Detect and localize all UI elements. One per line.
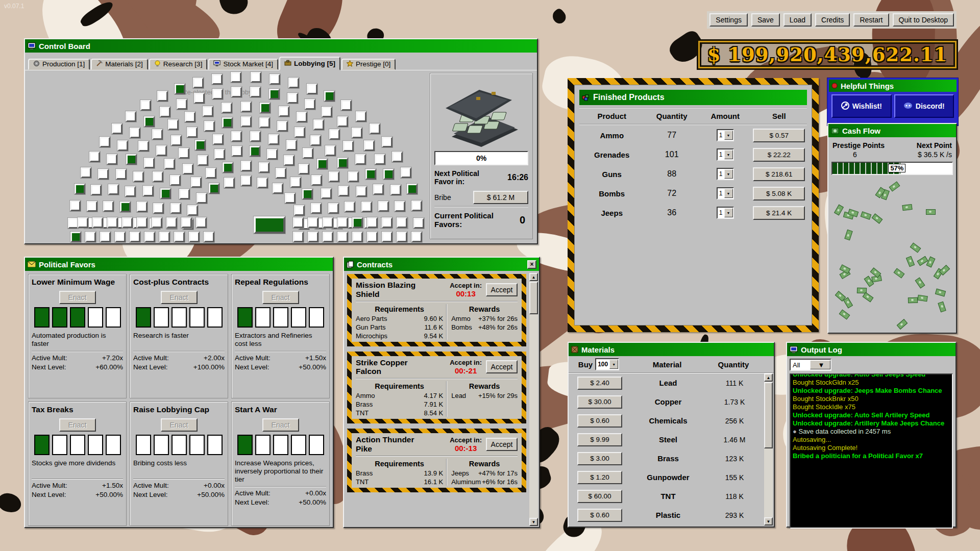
- parliament-seat[interactable]: [174, 232, 185, 242]
- parliament-seat[interactable]: [224, 178, 235, 188]
- parliament-seat[interactable]: [81, 167, 91, 178]
- parliament-seat[interactable]: [383, 169, 394, 180]
- parliament-seat[interactable]: [267, 149, 278, 160]
- parliament-seat[interactable]: [144, 116, 155, 127]
- parliament-seat[interactable]: [260, 103, 271, 113]
- parliament-seat[interactable]: [189, 232, 200, 242]
- parliament-seat[interactable]: [231, 87, 242, 97]
- parliament-seat[interactable]: [277, 121, 288, 132]
- parliament-seat[interactable]: [112, 123, 122, 134]
- parliament-seat[interactable]: [382, 232, 393, 242]
- scrollbar-thumb[interactable]: [764, 382, 773, 448]
- parliament-seat[interactable]: [337, 217, 348, 228]
- parliament-seat[interactable]: [133, 171, 144, 182]
- parliament-seat[interactable]: [187, 127, 198, 138]
- parliament-seat[interactable]: [395, 201, 405, 212]
- parliament-seat[interactable]: [107, 154, 117, 165]
- parliament-seat[interactable]: [390, 185, 401, 195]
- parliament-seat[interactable]: [286, 140, 297, 151]
- menu-button-quit-to-desktop[interactable]: Quit to Desktop: [893, 13, 954, 27]
- parliament-seat[interactable]: [115, 232, 126, 242]
- chevron-down-icon[interactable]: ▼: [724, 131, 733, 140]
- parliament-seat[interactable]: [251, 72, 261, 83]
- parliament-seat[interactable]: [365, 169, 376, 180]
- parliament-seat[interactable]: [302, 189, 313, 199]
- chevron-down-icon[interactable]: ▼: [724, 150, 733, 159]
- parliament-seat[interactable]: [120, 202, 131, 212]
- parliament-seat[interactable]: [276, 168, 286, 179]
- parliament-seat[interactable]: [137, 217, 148, 228]
- parliament-seat[interactable]: [310, 135, 321, 146]
- tab-materials[interactable]: Materials [2]: [91, 59, 148, 70]
- parliament-seat[interactable]: [352, 217, 363, 228]
- enact-button[interactable]: Enact: [59, 291, 96, 304]
- buy-button[interactable]: $ 9.99: [577, 433, 622, 446]
- parliament-seat[interactable]: [317, 159, 328, 169]
- parliament-seat[interactable]: [87, 201, 97, 212]
- close-icon[interactable]: ×: [527, 260, 536, 269]
- parliament-seat[interactable]: [337, 232, 348, 242]
- parliament-seat[interactable]: [257, 178, 268, 188]
- parliament-seat[interactable]: [214, 149, 225, 160]
- parliament-seat[interactable]: [397, 232, 407, 242]
- parliament-seat[interactable]: [382, 137, 393, 147]
- parliament-seat[interactable]: [181, 217, 192, 228]
- parliament-seat[interactable]: [329, 129, 340, 140]
- parliament-seat[interactable]: [373, 184, 384, 195]
- enact-button[interactable]: Enact: [262, 291, 299, 304]
- parliament-seat[interactable]: [168, 119, 179, 130]
- parliament-seat[interactable]: [375, 154, 385, 165]
- parliament-seat[interactable]: [185, 112, 195, 122]
- parliament-seat[interactable]: [273, 183, 283, 194]
- parliament-seat[interactable]: [212, 74, 223, 85]
- discord-button[interactable]: Discord!: [894, 94, 954, 118]
- parliament-seat[interactable]: [287, 93, 298, 104]
- amount-dropdown[interactable]: 1▼: [717, 129, 734, 141]
- parliament-seat[interactable]: [222, 117, 233, 128]
- sell-button[interactable]: $ 218.61: [753, 167, 805, 181]
- parliament-seat[interactable]: [85, 232, 96, 242]
- amount-dropdown[interactable]: 1▼: [717, 168, 734, 180]
- parliament-seat[interactable]: [171, 135, 182, 146]
- wishlist-button[interactable]: Wishlist!: [831, 94, 892, 118]
- parliament-seat[interactable]: [187, 205, 198, 216]
- tab-lobbying[interactable]: Lobbying [5]: [279, 57, 340, 70]
- parliament-seat[interactable]: [70, 232, 81, 242]
- materials-scrollbar[interactable]: ▲ ▼: [764, 373, 773, 525]
- buy-amount-dropdown[interactable]: 100 ▼: [595, 358, 619, 370]
- parliament-seat[interactable]: [325, 145, 336, 156]
- parliament-seat[interactable]: [337, 158, 348, 168]
- parliament-seat[interactable]: [294, 205, 305, 216]
- parliament-seat[interactable]: [203, 106, 213, 117]
- parliament-seat[interactable]: [299, 164, 309, 174]
- parliament-seat[interactable]: [191, 177, 202, 188]
- parliament-seat[interactable]: [103, 201, 114, 212]
- scroll-down-icon[interactable]: ▼: [764, 517, 773, 525]
- parliament-seat[interactable]: [196, 217, 207, 228]
- parliament-seat[interactable]: [183, 164, 193, 174]
- parliament-seat[interactable]: [160, 188, 171, 199]
- parliament-seat[interactable]: [212, 89, 223, 99]
- parliament-seat[interactable]: [223, 162, 233, 173]
- parliament-seat[interactable]: [284, 155, 295, 166]
- parliament-seat[interactable]: [107, 217, 118, 228]
- parliament-seat[interactable]: [170, 175, 181, 186]
- parliament-seat[interactable]: [143, 186, 154, 196]
- amount-dropdown[interactable]: 1▼: [717, 148, 734, 161]
- parliament-seat[interactable]: [140, 100, 151, 111]
- parliament-seat[interactable]: [348, 171, 359, 182]
- parliament-seat[interactable]: [324, 91, 335, 102]
- menu-button-restart[interactable]: Restart: [853, 13, 889, 27]
- parliament-seat[interactable]: [198, 155, 208, 166]
- parliament-seat[interactable]: [116, 169, 127, 180]
- sell-button[interactable]: $ 22.22: [753, 148, 805, 162]
- parliament-seat[interactable]: [156, 145, 167, 156]
- buy-button[interactable]: $ 0.60: [577, 509, 622, 522]
- parliament-seat[interactable]: [152, 217, 162, 228]
- menu-button-credits[interactable]: Credits: [815, 13, 850, 27]
- parliament-seat[interactable]: [241, 102, 252, 112]
- chevron-down-icon[interactable]: ▼: [609, 360, 618, 369]
- parliament-seat[interactable]: [297, 112, 307, 122]
- parliament-seat[interactable]: [328, 203, 339, 214]
- parliament-seat[interactable]: [231, 131, 242, 142]
